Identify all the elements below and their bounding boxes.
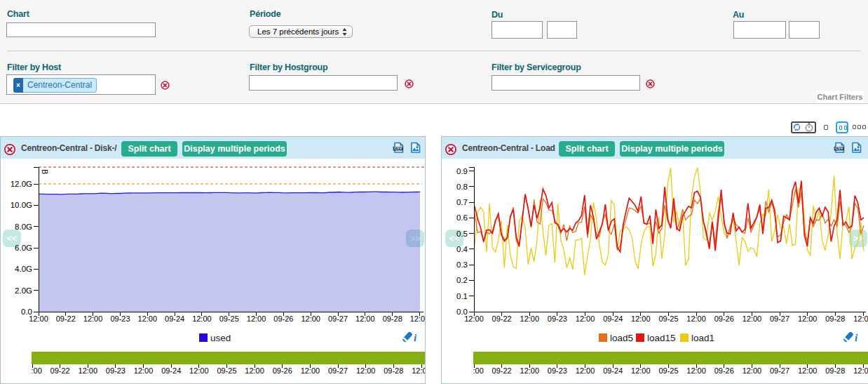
svg-text:09-27: 09-27 xyxy=(328,366,348,375)
svg-text:12:00: 12:00 xyxy=(798,366,818,375)
svg-text:09-28: 09-28 xyxy=(825,366,845,375)
svg-text:12:00: 12:00 xyxy=(576,315,595,323)
svg-text:09-28: 09-28 xyxy=(825,315,845,323)
svg-text:09-28: 09-28 xyxy=(384,366,403,375)
svg-text:0.2: 0.2 xyxy=(456,276,468,284)
svg-text:12:00: 12:00 xyxy=(576,366,595,375)
svg-text:CSV: CSV xyxy=(835,146,843,150)
svg-text:CSV: CSV xyxy=(394,146,402,150)
svg-text:12:00: 12:00 xyxy=(520,366,540,375)
svg-text:09-25: 09-25 xyxy=(658,315,678,323)
svg-text:12:00: 12:00 xyxy=(301,366,320,375)
svg-text:0.4: 0.4 xyxy=(456,245,468,253)
svg-text:09-27: 09-27 xyxy=(770,315,789,323)
svg-text:12:00: 12:00 xyxy=(631,315,651,323)
svg-text:09-22: 09-22 xyxy=(56,315,76,323)
svg-text:09-23: 09-23 xyxy=(106,366,126,375)
svg-text:12:00: 12:00 xyxy=(686,315,706,323)
svg-text:0.8: 0.8 xyxy=(456,183,468,191)
svg-text:12.0G: 12.0G xyxy=(11,180,32,188)
svg-text:0.1: 0.1 xyxy=(456,292,468,300)
svg-text:i: i xyxy=(414,332,417,343)
svg-text:09-26: 09-26 xyxy=(714,366,734,375)
svg-text:2.0G: 2.0G xyxy=(15,286,32,295)
svg-text:09-23: 09-23 xyxy=(548,315,567,323)
svg-text:12:00: 12:00 xyxy=(686,366,706,375)
svg-text:12:00: 12:00 xyxy=(134,366,154,375)
svg-text:12:00: 12:00 xyxy=(355,315,375,323)
svg-text:0.7: 0.7 xyxy=(456,198,468,206)
svg-text:12:00: 12:00 xyxy=(79,366,98,375)
svg-text:12:00: 12:00 xyxy=(742,315,762,323)
svg-text:09-25: 09-25 xyxy=(219,315,239,323)
svg-text:B: B xyxy=(41,169,49,174)
svg-text:09-24: 09-24 xyxy=(165,315,184,323)
svg-text::00: :00 xyxy=(32,366,42,375)
svg-text:09-22: 09-22 xyxy=(50,366,70,375)
svg-text:i: i xyxy=(855,332,858,343)
svg-text:0.3: 0.3 xyxy=(456,260,468,269)
svg-text:12:00: 12:00 xyxy=(742,366,762,375)
svg-text:09-24: 09-24 xyxy=(603,366,623,375)
svg-text:09-28: 09-28 xyxy=(383,315,402,323)
svg-text:load1: load1 xyxy=(691,333,714,343)
svg-text:09-26: 09-26 xyxy=(273,366,292,375)
svg-text:12:00: 12:00 xyxy=(138,315,158,323)
svg-text:09-24: 09-24 xyxy=(603,315,623,323)
svg-text:10.0G: 10.0G xyxy=(11,201,32,209)
svg-text:09-26: 09-26 xyxy=(714,315,734,323)
svg-text:09-25: 09-25 xyxy=(217,366,236,375)
svg-text:load15: load15 xyxy=(647,333,676,343)
svg-text:12:00: 12:00 xyxy=(189,366,209,375)
svg-text:09-24: 09-24 xyxy=(161,366,181,375)
svg-text:12:00: 12:00 xyxy=(245,366,264,375)
svg-text:0.9: 0.9 xyxy=(456,167,468,176)
svg-text:0.5: 0.5 xyxy=(456,230,468,238)
svg-text:09-27: 09-27 xyxy=(328,315,348,323)
svg-text:4.0G: 4.0G xyxy=(15,265,32,273)
svg-text:09-22: 09-22 xyxy=(492,366,512,375)
svg-text:12:00: 12:00 xyxy=(83,315,103,323)
svg-text:8.0G: 8.0G xyxy=(15,223,32,231)
svg-text:09-23: 09-23 xyxy=(110,315,130,323)
svg-text:09-26: 09-26 xyxy=(273,315,293,323)
svg-text:12:00: 12:00 xyxy=(29,315,48,323)
svg-text:12:00: 12:00 xyxy=(798,315,818,323)
svg-text:12:00: 12:00 xyxy=(247,315,266,323)
svg-text:12:00: 12:00 xyxy=(464,315,484,323)
svg-text:09-25: 09-25 xyxy=(658,366,678,375)
svg-text:12:00: 12:00 xyxy=(853,315,868,323)
svg-text:12:00: 12:00 xyxy=(631,366,651,375)
svg-text:12:00: 12:00 xyxy=(520,315,540,323)
svg-text:09-23: 09-23 xyxy=(548,366,567,375)
svg-text:12:00: 12:00 xyxy=(356,366,376,375)
svg-text:09-27: 09-27 xyxy=(770,366,789,375)
svg-text::00: :00 xyxy=(473,366,484,375)
svg-text:12:00: 12:00 xyxy=(853,366,868,375)
svg-text:6.0G: 6.0G xyxy=(15,244,32,252)
svg-text:0.6: 0.6 xyxy=(456,213,468,222)
svg-text:load5: load5 xyxy=(610,333,633,343)
svg-text:12:00: 12:00 xyxy=(192,315,212,323)
svg-text:12:00: 12:00 xyxy=(410,315,425,323)
svg-text:used: used xyxy=(210,333,231,343)
svg-text:09-22: 09-22 xyxy=(492,315,512,323)
svg-text:12:00: 12:00 xyxy=(412,366,425,375)
svg-text:12:00: 12:00 xyxy=(301,315,320,323)
